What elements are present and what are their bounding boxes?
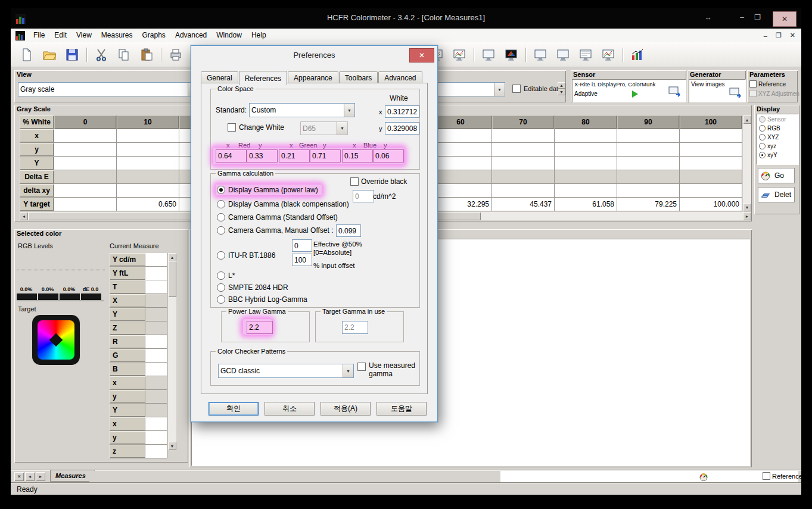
ok-button[interactable]: 확인 <box>209 402 259 416</box>
paste-icon[interactable] <box>136 45 157 64</box>
editable-data-option[interactable]: Editable data <box>512 85 562 93</box>
mdi-minimize-button[interactable]: – <box>764 32 767 39</box>
grayscale-cell[interactable] <box>430 184 492 198</box>
help-button[interactable]: 도움말 <box>377 402 427 416</box>
maximize-button[interactable]: ❐ <box>754 13 761 21</box>
delete-button[interactable]: Delet <box>758 187 795 202</box>
radio-icon[interactable] <box>759 152 766 158</box>
scroll-left-icon[interactable]: ◄ <box>20 212 28 220</box>
grayscale-cell[interactable] <box>54 143 117 157</box>
white-x-field[interactable]: 0.312712 <box>385 105 419 118</box>
radio-icon[interactable] <box>217 283 225 292</box>
white-y-field[interactable]: 0.329008 <box>385 122 419 135</box>
grayscale-cell[interactable] <box>680 170 742 184</box>
grayscale-cell[interactable] <box>680 157 742 170</box>
measures-tab[interactable]: Measures <box>50 470 95 482</box>
tab-references[interactable]: References <box>239 71 287 85</box>
monitor-lines-icon[interactable] <box>575 45 596 64</box>
grayscale-cell[interactable] <box>492 143 555 157</box>
measure-scrollbar[interactable]: ▲ ▼ <box>168 253 176 458</box>
display-option-rgb[interactable]: RGB <box>759 125 780 132</box>
radio-icon[interactable] <box>217 271 225 280</box>
grayscale-cell[interactable] <box>54 170 117 184</box>
change-white-option[interactable]: Change White <box>228 123 284 132</box>
go-button[interactable]: Go <box>758 168 795 183</box>
tab-scroll-right-icon[interactable]: ► <box>36 472 45 481</box>
apply-button[interactable]: 적용(A) <box>321 402 371 416</box>
reference-checkbox[interactable] <box>749 80 757 88</box>
monitor-blank-icon-2[interactable] <box>530 45 550 64</box>
monitor-color-icon[interactable] <box>501 45 521 64</box>
display-option-sensor[interactable]: Sensor <box>759 116 786 123</box>
grayscale-cell[interactable] <box>117 170 179 184</box>
grayscale-cell[interactable] <box>555 170 617 184</box>
bt1886-effective-field[interactable]: 0 <box>292 239 312 252</box>
grayscale-cell[interactable] <box>492 157 555 170</box>
grayscale-cell[interactable] <box>555 184 617 198</box>
play-icon[interactable] <box>632 90 638 98</box>
grayscale-cell[interactable] <box>117 143 179 157</box>
radio-icon[interactable] <box>217 213 225 221</box>
tab-scroll-left-icon[interactable]: ◄ <box>25 472 35 481</box>
radio-icon[interactable] <box>217 186 225 194</box>
menu-advanced[interactable]: Advanced <box>170 29 211 42</box>
cut-icon[interactable] <box>91 45 111 64</box>
scroll-down-icon[interactable]: ▼ <box>168 442 176 450</box>
bt1886-offset-field[interactable]: 100 <box>292 254 312 266</box>
white-reference-selector[interactable]: D65 ▼ <box>300 121 348 135</box>
monitor-curve-icon[interactable] <box>449 45 469 64</box>
bottom-reference-option[interactable]: Reference <box>763 472 802 480</box>
mdi-restore-button[interactable]: ❐ <box>776 32 782 39</box>
save-icon[interactable] <box>62 45 82 64</box>
spinner-down-icon[interactable]: ▼ <box>558 89 565 95</box>
scroll-thumb[interactable] <box>168 261 176 297</box>
manual-offset-field[interactable]: 0.099 <box>336 224 361 237</box>
monitor-blank-icon[interactable] <box>478 45 499 64</box>
gamma-option-camera-std[interactable]: Camera Gamma (Standard Offset) <box>217 213 338 221</box>
gamma-option-lstar[interactable]: L* <box>217 271 235 280</box>
radio-icon[interactable] <box>217 295 225 304</box>
view-selector[interactable]: Gray scale ▼ <box>18 82 199 96</box>
cancel-button[interactable]: 취소 <box>265 402 315 416</box>
scroll-right-icon[interactable]: ► <box>743 212 751 220</box>
grayscale-cell[interactable] <box>54 129 117 143</box>
grayscale-cell[interactable]: 45.437 <box>492 198 555 211</box>
gamma-option-camera-manual[interactable]: Camera Gamma, Manual Offset : <box>217 226 334 235</box>
grayscale-cell[interactable] <box>492 170 555 184</box>
radio-icon[interactable] <box>759 143 766 149</box>
chevron-down-icon[interactable]: ▼ <box>343 364 353 377</box>
menu-graphs[interactable]: Graphs <box>138 29 170 42</box>
menu-window[interactable]: Window <box>211 29 247 42</box>
menu-measures[interactable]: Measures <box>97 29 138 42</box>
new-document-icon[interactable] <box>17 45 37 64</box>
copy-icon[interactable] <box>114 45 134 64</box>
grayscale-cell[interactable] <box>54 184 117 198</box>
scroll-down-icon[interactable]: ▼ <box>743 203 751 211</box>
use-measured-gamma-option[interactable]: Use measured gamma <box>357 361 420 378</box>
grayscale-cell[interactable] <box>617 129 680 143</box>
radio-icon[interactable] <box>217 251 225 260</box>
gamma-option-bt1886[interactable]: ITU-R BT.1886 <box>217 251 275 260</box>
override-black-checkbox[interactable] <box>350 177 359 186</box>
grayscale-cell[interactable] <box>54 198 117 211</box>
blue-y-field[interactable]: 0.06 <box>373 149 404 163</box>
tab-close-button[interactable]: ✕ <box>14 472 24 481</box>
grayscale-cell[interactable] <box>430 170 492 184</box>
minimize-button[interactable]: – <box>740 13 744 21</box>
scroll-track[interactable] <box>481 212 743 220</box>
grayscale-cell[interactable] <box>430 157 492 170</box>
generator-export-icon[interactable] <box>729 86 743 100</box>
green-x-field[interactable]: 0.21 <box>279 149 310 163</box>
override-black-option[interactable]: Override black <box>350 177 407 186</box>
grayscale-cell[interactable]: 61.058 <box>555 198 617 211</box>
menu-view[interactable]: View <box>71 29 97 42</box>
grayscale-cell[interactable] <box>54 157 117 170</box>
override-black-field[interactable]: 0 <box>353 190 374 202</box>
sensor-export-icon[interactable] <box>668 85 682 99</box>
radio-icon[interactable] <box>759 116 766 123</box>
grayscale-cell[interactable] <box>617 184 680 198</box>
change-white-checkbox[interactable] <box>228 123 236 132</box>
grayscale-cell[interactable] <box>680 184 742 198</box>
use-measured-gamma-checkbox[interactable] <box>357 363 366 371</box>
print-icon[interactable] <box>166 45 186 64</box>
